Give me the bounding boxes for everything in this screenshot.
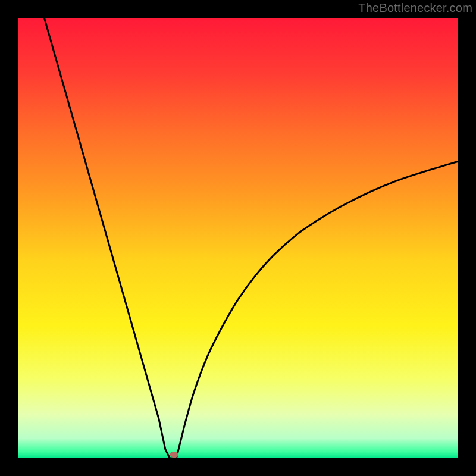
plot-background: [18, 18, 458, 458]
watermark-text: TheBottlenecker.com: [358, 1, 472, 15]
optimal-point-marker: [170, 452, 178, 458]
bottleneck-chart: [0, 0, 476, 476]
chart-frame: TheBottlenecker.com: [0, 0, 476, 476]
